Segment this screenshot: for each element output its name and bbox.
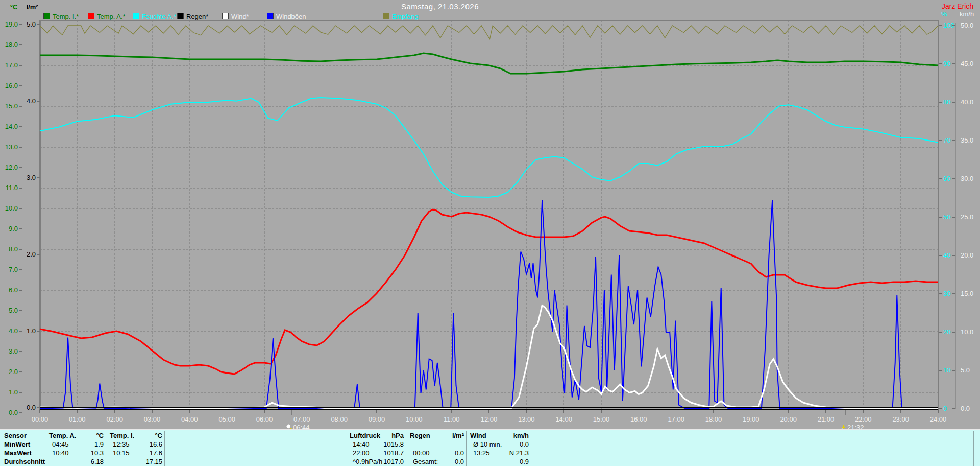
table-value: 1.9 [48,440,104,449]
legend-label: Temp. I.* [53,13,79,20]
table-value: 1018.7 [349,449,404,457]
table-value: 1017.0 [349,458,404,466]
axis-lm2-tick-label: 4.0 [27,97,36,105]
legend-swatch [267,13,274,19]
table-value: 0.0 [469,440,529,449]
axis-c-tick-label: 16.0 [5,82,18,89]
table-value: 0.9 [469,458,529,466]
weather-chart: 0.01.02.03.04.05.06.07.08.09.010.011.012… [0,0,980,466]
axis-kmh-tick-label: 30.0 [961,175,973,182]
axis-lm2-tick-label: 2.0 [27,250,36,258]
table-group-unit: l/m² [409,432,464,440]
axis-pct-tick-label: 0 [943,405,947,412]
x-tick-label: 13:00 [518,415,535,423]
axis-kmh-tick-label: 35.0 [961,136,973,144]
legend-swatch [222,13,229,19]
series-temp_a [40,209,938,374]
axis-kmh-tick-label: 5.0 [961,366,970,374]
x-tick-label: 18:00 [705,415,722,423]
axis-pct-tick-label: 90 [943,60,950,67]
legend-label: Empfang [392,13,419,20]
legend-item-empfang[interactable]: Empfang [383,13,419,20]
axis-c-tick-label: 0.0 [9,409,18,416]
table-value: 17.6 [109,449,162,457]
table-separator [106,431,106,466]
page-title: Samstag, 21.03.2026 [0,2,880,11]
legend-item-tempa[interactable]: Temp. A.* [88,13,126,20]
table-separator [164,431,165,466]
x-tick-label: 20:00 [780,415,797,423]
axis-pct-tick-label: 30 [943,290,950,297]
table-value: 0.0 [409,458,464,466]
axis-c-tick-label: 17.0 [5,61,18,69]
axis-lm2-tick-label: 0.0 [27,404,36,411]
x-tick-label: 01:00 [69,415,86,423]
axis-kmh-tick-label: 25.0 [961,213,973,221]
legend-label: Temp. A.* [97,13,126,20]
x-tick-label: 15:00 [593,415,610,423]
axis-c-tick-label: 10.0 [5,204,18,212]
axis-c-tick-label: 12.0 [5,164,18,171]
statistics-table: SensorMinWertMaxWertDurchschnittTemp. A.… [0,429,980,466]
table-row-label: Durchschnitt [4,458,45,466]
axis-pct: 0102030405060708090100 [939,21,954,412]
right-axis-unit-humidity: % [941,10,947,18]
x-tick-label: 17:00 [668,415,684,423]
table-row-label: Sensor [4,432,27,440]
x-tick-label: 24:00 [930,415,947,423]
legend-item-regen[interactable]: Regen* [177,13,208,20]
axis-pct-tick-label: 10 [943,366,950,374]
axis-c-tick-label: 9.0 [9,225,18,232]
table-row-label: MaxWert [4,449,32,457]
axis-c-tick-label: 13.0 [5,143,18,151]
table-separator [406,431,406,466]
x-tick-label: 00:00 [32,415,48,423]
axis-kmh-tick-label: 50.0 [961,21,973,29]
legend-label: Wind* [231,13,249,20]
table-separator [466,431,467,466]
x-tick-label: 06:00 [256,415,273,423]
table-value: 1015.8 [349,440,404,449]
x-tick-label: 16:00 [630,415,647,423]
x-tick-label: 11:00 [444,415,460,423]
x-axis: 00:0001:0002:0003:0004:0005:0006:0007:00… [32,408,947,423]
weather-app-window: 0.01.02.03.04.05.06.07.08.09.010.011.012… [0,0,980,466]
x-tick-label: 14:00 [555,415,572,423]
axis-c-tick-label: 8.0 [9,245,18,253]
axis-pct-tick-label: 70 [943,136,950,144]
table-separator [346,431,346,466]
axis-c: 0.01.02.03.04.05.06.07.08.09.010.011.012… [5,20,22,416]
table-separator [226,431,226,466]
axis-pct-tick-label: 20 [943,328,950,336]
axis-c-tick-label: 11.0 [6,184,18,192]
legend-item-windböen[interactable]: Windböen [267,13,306,20]
axis-c-tick-label: 6.0 [9,286,18,294]
x-tick-label: 02:00 [106,415,123,423]
axis-c-tick-label: 4.0 [9,327,18,335]
x-tick-label: 21:00 [818,415,835,423]
x-tick-label: 12:00 [481,415,498,423]
axis-pct-tick-label: 60 [943,175,950,182]
legend-item-wind[interactable]: Wind* [222,13,249,20]
axis-kmh-tick-label: 0.0 [961,405,970,412]
legend-swatch [43,13,50,19]
axis-lm2-tick-label: 1.0 [27,327,36,335]
axis-c-tick-label: 2.0 [9,368,18,376]
legend-item-tempi[interactable]: Temp. I.* [43,13,79,20]
table-group-unit: °C [109,432,162,440]
legend-item-feuchtea[interactable]: Feuchte A.* [133,13,176,20]
table-value: 17.15 [109,458,162,466]
plot-border [40,20,955,409]
axis-c-tick-label: 15.0 [5,102,18,110]
axis-kmh-tick-label: 20.0 [961,251,973,259]
table-value: N 21.3 [469,449,529,457]
axis-kmh-tick-label: 45.0 [961,60,973,67]
axis-c-tick-label: 18.0 [5,41,18,49]
x-tick-label: 19:00 [743,415,760,423]
x-tick-label: 08:00 [331,415,348,423]
table-group-unit: hPa [349,432,404,440]
station-name: Jarz Erich [942,2,973,10]
left-axis-unit-celsius: °C [5,3,22,11]
legend-swatch [133,13,139,19]
x-tick-label: 22:00 [855,415,872,423]
